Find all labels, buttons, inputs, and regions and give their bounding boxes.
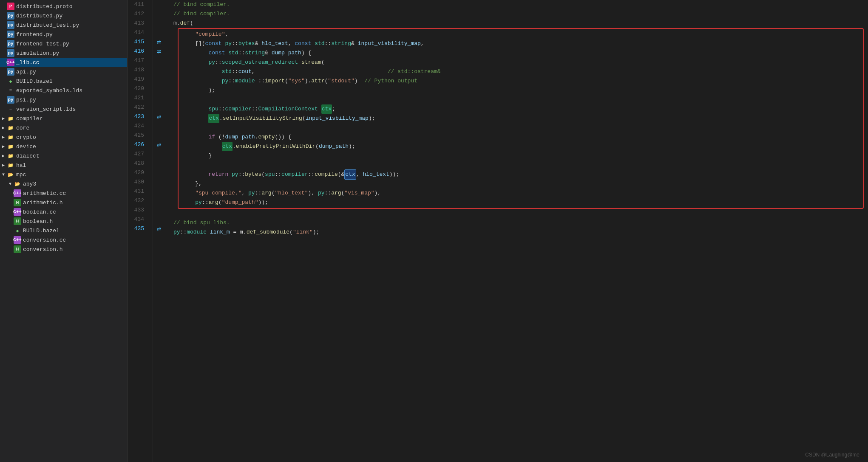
line-num-427: 427	[128, 149, 148, 159]
file-label: api.py	[16, 69, 36, 75]
sidebar-item-boolean-cc[interactable]: C++ boolean.cc	[0, 207, 127, 217]
line-num-423: 423	[128, 112, 148, 121]
line-num-433: 433	[128, 206, 148, 215]
sidebar-item-distributed-py[interactable]: py distributed.py	[0, 11, 127, 20]
code-line-426: ctx.enablePrettyPrintWithDir(dump_path);	[179, 142, 863, 151]
file-label: conversion.h	[23, 246, 63, 253]
gutter-arrow-416: ⇄	[153, 47, 165, 56]
gutter-arrow-435: ⇄	[153, 224, 165, 234]
line-num-412: 412	[128, 9, 148, 19]
line-num-418: 418	[128, 65, 148, 75]
file-label: frontend_test.py	[16, 41, 69, 47]
lds-icon: ≡	[7, 105, 14, 113]
sidebar-item-frontend-py[interactable]: py frontend.py	[0, 30, 127, 39]
sidebar-item-lib-cc[interactable]: C++ _lib.cc	[0, 58, 127, 67]
code-line-434: // bind spu libs.	[173, 218, 868, 228]
line-num-432: 432	[128, 196, 148, 206]
folder-label: compiler	[16, 116, 43, 122]
folder-label: core	[16, 125, 29, 131]
sidebar-item-build-bazel-aby3[interactable]: ◆ BUILD.bazel	[0, 226, 127, 235]
sidebar-item-api-py[interactable]: py api.py	[0, 67, 127, 76]
sidebar-item-mpc[interactable]: ▼ 📂 mpc	[0, 170, 127, 179]
line-num-414: 414	[128, 28, 148, 37]
line-num-434: 434	[128, 215, 148, 224]
chevron-right-icon: ▶	[0, 115, 7, 122]
sidebar-item-crypto[interactable]: ▶ 📁 crypto	[0, 132, 127, 142]
h-icon: H	[14, 199, 21, 206]
h-icon: H	[14, 245, 21, 253]
gutter-arrow-415: ⇄	[153, 37, 165, 47]
gutter-arrow-423: ⇄	[153, 112, 165, 121]
sidebar-item-exported-symbols[interactable]: ≡ exported_symbols.lds	[0, 86, 127, 95]
line-num-420: 420	[128, 84, 148, 93]
h-icon: H	[14, 217, 21, 225]
sidebar-item-device[interactable]: ▶ 📁 device	[0, 142, 127, 151]
sidebar-item-aby3[interactable]: ▼ 📂 aby3	[0, 179, 127, 189]
line-num-430: 430	[128, 177, 148, 187]
file-label: arithmetic.h	[23, 200, 63, 206]
watermark: CSDN @Laughing@me	[805, 452, 859, 458]
ctx-highlight-429: ctx	[344, 169, 356, 180]
folder-label: aby3	[23, 181, 36, 187]
sidebar-item-conversion-h[interactable]: H conversion.h	[0, 245, 127, 254]
sidebar-item-compiler[interactable]: ▶ 📁 compiler	[0, 114, 127, 123]
sidebar-item-simulation-py[interactable]: py simulation.py	[0, 48, 127, 58]
chevron-right-icon: ▶	[0, 152, 7, 159]
file-label: frontend.py	[16, 31, 53, 38]
chevron-down-icon: ▼	[7, 180, 14, 187]
sidebar-item-conversion-cc[interactable]: C++ conversion.cc	[0, 235, 127, 245]
py-icon: py	[7, 31, 14, 38]
folder-label: crypto	[16, 134, 36, 141]
folder-icon: 📁	[7, 152, 14, 160]
sidebar-item-distributed-test-py[interactable]: py distributed_test.py	[0, 20, 127, 30]
sidebar-item-dialect[interactable]: ▶ 📁 dialect	[0, 151, 127, 161]
folder-icon: 📁	[7, 115, 14, 122]
py-icon: py	[7, 12, 14, 20]
sidebar-item-frontend-test-py[interactable]: py frontend_test.py	[0, 39, 127, 48]
sidebar-item-build-bazel[interactable]: ◆ BUILD.bazel	[0, 76, 127, 86]
sidebar-item-arithmetic-cc[interactable]: C++ arithmetic.cc	[0, 189, 127, 198]
file-label: exported_symbols.lds	[16, 87, 82, 94]
sidebar-item-arithmetic-h[interactable]: H arithmetic.h	[0, 198, 127, 207]
line-num-426: 426	[128, 140, 148, 149]
ctx-highlight-426: ctx	[222, 142, 233, 151]
gutter-arrow-426: ⇄	[153, 140, 165, 149]
chevron-right-icon: ▶	[0, 143, 7, 150]
line-num-428: 428	[128, 159, 148, 168]
file-label: version_script.lds	[16, 106, 76, 113]
code-line-420: );	[179, 86, 863, 95]
line-num-419: 419	[128, 75, 148, 84]
file-label: psi.py	[16, 97, 36, 103]
folder-icon: 📁	[7, 124, 14, 132]
cc-icon: C++	[14, 236, 21, 244]
sidebar-item-core[interactable]: ▶ 📁 core	[0, 123, 127, 132]
py-icon: py	[7, 96, 14, 104]
py-icon: py	[7, 40, 14, 48]
bazel-icon: ◆	[14, 227, 21, 234]
chevron-right-icon: ▶	[0, 124, 7, 131]
file-label: boolean.cc	[23, 209, 56, 215]
line-num-431: 431	[128, 187, 148, 196]
file-label: boolean.h	[23, 218, 53, 225]
code-line-425: if (!dump_path.empty()) {	[179, 132, 863, 142]
sidebar-item-psi-py[interactable]: py psi.py	[0, 95, 127, 104]
sidebar-item-hal[interactable]: ▶ 📁 hal	[0, 161, 127, 170]
sidebar-item-version-script[interactable]: ≡ version_script.lds	[0, 104, 127, 114]
line-num-435: 435	[128, 224, 148, 234]
cc-icon: C++	[7, 59, 14, 66]
line-num-415: 415	[128, 37, 148, 47]
file-label: _lib.cc	[16, 59, 40, 66]
code-content: // bind compiler. // bind compiler. m.de…	[165, 0, 868, 462]
sidebar-item-distributed-proto[interactable]: P distributed.proto	[0, 2, 127, 11]
line-num-413: 413	[128, 19, 148, 28]
folder-label: mpc	[16, 172, 26, 178]
highlighted-block: "compile", [](const py::bytes& hlo_text,…	[178, 28, 864, 209]
file-label: BUILD.bazel	[23, 228, 60, 234]
folder-icon: 📁	[7, 143, 14, 150]
sidebar-item-boolean-h[interactable]: H boolean.h	[0, 217, 127, 226]
file-label: distributed.py	[16, 13, 62, 19]
code-line-424	[179, 123, 863, 132]
code-line-430: },	[179, 179, 863, 189]
file-label: distributed.proto	[16, 3, 73, 10]
chevron-right-icon: ▶	[0, 162, 7, 169]
